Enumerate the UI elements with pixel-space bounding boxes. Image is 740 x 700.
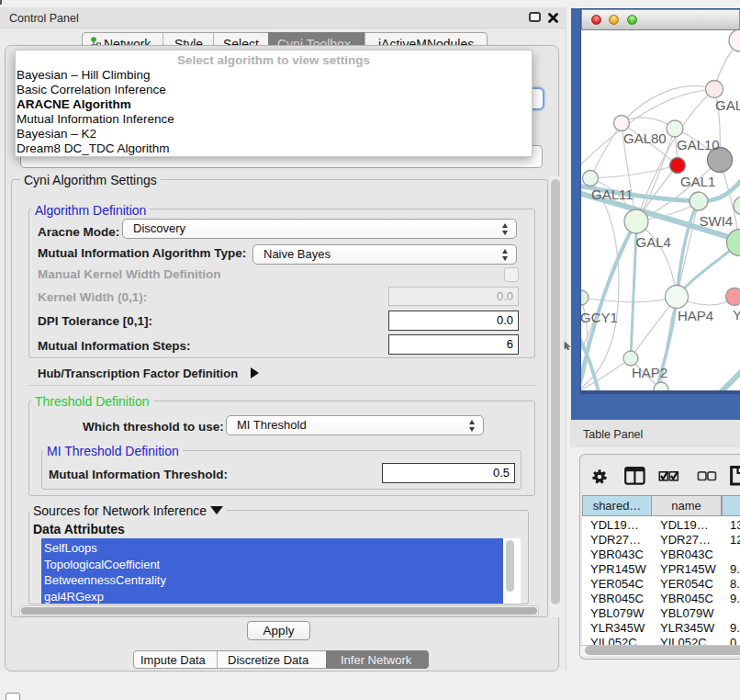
- svg-text:HAP4: HAP4: [678, 308, 713, 323]
- svg-text:GAL1: GAL1: [680, 174, 715, 189]
- svg-text:SWI4: SWI4: [700, 213, 734, 229]
- svg-text:Y: Y: [733, 307, 740, 322]
- svg-text:GCY1: GCY1: [581, 310, 618, 325]
- svg-text:GAL80: GAL80: [623, 130, 667, 146]
- svg-text:GAL7: GAL7: [715, 97, 740, 113]
- svg-text:HAP2: HAP2: [632, 365, 667, 380]
- svg-text:GAL11: GAL11: [591, 186, 633, 202]
- svg-text:GAL4: GAL4: [636, 234, 671, 250]
- svg-text:GAL10: GAL10: [677, 137, 720, 152]
